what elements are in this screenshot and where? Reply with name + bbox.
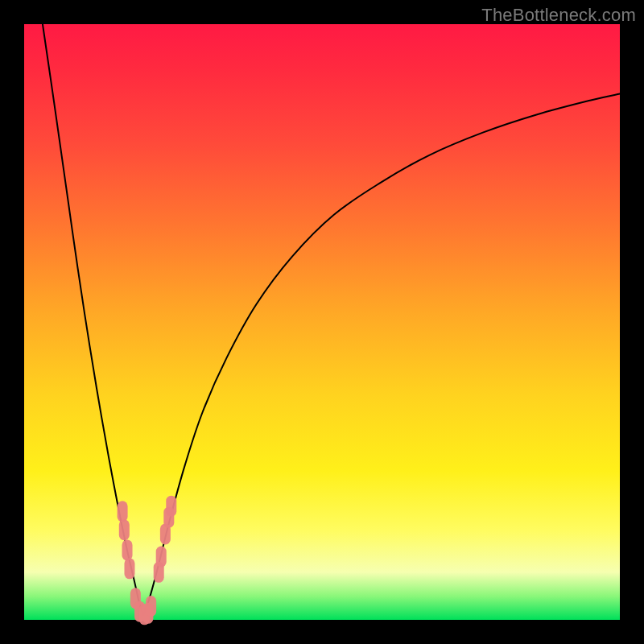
curve-right-branch [143, 94, 620, 616]
watermark-text: TheBottleneck.com [481, 5, 636, 26]
chart-svg [24, 24, 620, 620]
data-point-marker [122, 539, 133, 560]
data-point-marker [146, 596, 156, 617]
data-point-marker [119, 519, 130, 540]
plot-area [24, 24, 620, 620]
marker-layer [118, 496, 177, 625]
chart-stage: TheBottleneck.com [0, 0, 644, 644]
data-point-marker [124, 558, 134, 579]
data-point-marker [118, 501, 128, 522]
data-point-marker [166, 496, 176, 517]
data-point-marker [156, 547, 167, 568]
